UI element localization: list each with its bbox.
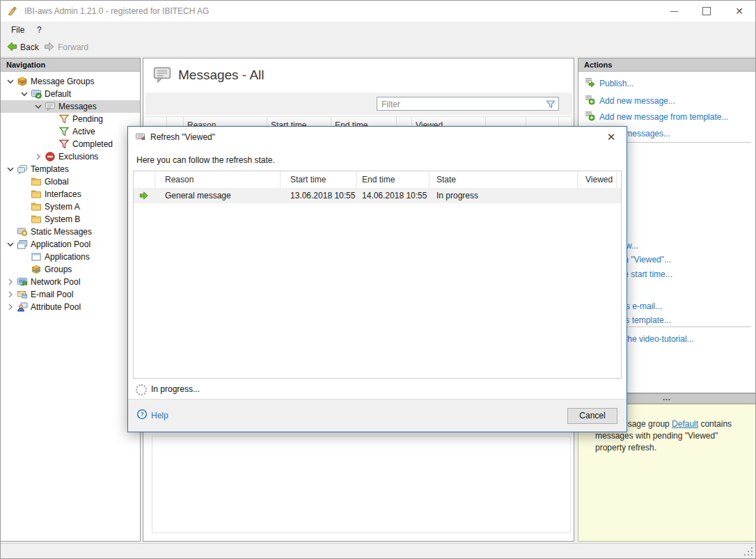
maximize-button[interactable] <box>691 1 723 22</box>
dialog-close-icon[interactable]: ✕ <box>604 130 618 144</box>
statusbar <box>1 543 755 559</box>
nav-item-label: Applications <box>45 252 90 262</box>
menubar: File ? <box>1 22 755 38</box>
expander-placeholder <box>19 251 30 262</box>
arrow-right-icon <box>139 191 149 203</box>
dialog-table-row[interactable]: General message13.06.2018 10:5514.06.201… <box>134 188 621 203</box>
monitor-check-icon <box>30 88 42 100</box>
nav-item-label: Pending <box>72 114 103 124</box>
chevron-right-icon[interactable] <box>5 301 16 313</box>
action-label: Add new message from template... <box>599 112 728 122</box>
nav-item-label: System B <box>45 214 80 224</box>
nav-item-system-b[interactable]: System B <box>1 213 140 226</box>
chevron-right-icon[interactable] <box>5 289 16 300</box>
nav-item-label: Templates <box>31 164 69 174</box>
chevron-down-icon[interactable] <box>5 239 16 250</box>
nav-item-message-groups[interactable]: Message Groups <box>1 75 140 88</box>
nav-item-groups[interactable]: Groups <box>1 263 140 276</box>
speech-lines-icon <box>44 101 56 112</box>
forward-button[interactable]: Forward <box>44 41 88 54</box>
message-description-box <box>152 436 571 533</box>
filter-input[interactable] <box>380 98 540 111</box>
action-publish[interactable]: Publish... <box>584 77 633 89</box>
chevron-down-icon[interactable] <box>5 164 16 175</box>
nav-item-system-a[interactable]: System A <box>1 200 140 213</box>
dialog-titlebar: Refresh "Viewed" ✕ <box>128 127 627 148</box>
envelope-icon <box>16 289 28 300</box>
dialog-column-header-blank[interactable] <box>134 171 155 188</box>
back-button[interactable]: Back <box>6 41 39 54</box>
windows-icon <box>16 239 28 250</box>
nav-item-active[interactable]: Active <box>1 125 140 138</box>
dialog-column-header-state[interactable]: State <box>430 171 578 188</box>
nav-item-interfaces[interactable]: Interfaces <box>1 188 140 200</box>
nav-item-attribute-pool[interactable]: Attribute Pool <box>1 301 140 313</box>
nav-item-label: Application Pool <box>31 239 90 249</box>
navigation-header: Navigation <box>1 58 140 72</box>
chevron-down-icon[interactable] <box>19 88 30 100</box>
funnel-icon <box>58 113 70 125</box>
action-add-new-message-from-template[interactable]: Add new message from template... <box>584 111 728 123</box>
cell-state: In progress <box>430 188 585 203</box>
nav-item-templates[interactable]: Templates <box>1 163 140 175</box>
close-icon: ✕ <box>735 6 743 16</box>
cell-end-time: 14.06.2018 10:55 <box>357 188 434 203</box>
default-group-link[interactable]: Default <box>672 419 698 429</box>
help-icon: ? <box>136 409 148 422</box>
minimize-button[interactable] <box>658 1 690 22</box>
nav-item-label: Attribute Pool <box>31 302 81 312</box>
action-add-new-message[interactable]: Add new message... <box>584 95 675 107</box>
navigation-panel: Navigation Message GroupsDefaultMessages… <box>0 58 141 542</box>
expander-placeholder <box>5 226 16 237</box>
expander-placeholder <box>19 176 30 187</box>
cancel-button[interactable]: Cancel <box>567 408 617 424</box>
expander-placeholder <box>19 189 30 200</box>
folder-icon <box>30 189 42 200</box>
nav-item-network-pool[interactable]: Network Pool <box>1 276 140 288</box>
filter-box <box>377 97 559 111</box>
dialog-description: Here you can follow the refresh state. <box>136 155 275 165</box>
menu-file[interactable]: File <box>7 24 29 36</box>
dialog-column-header-viewed[interactable]: Viewed <box>578 171 617 188</box>
nav-item-exclusions[interactable]: Exclusions <box>1 150 140 163</box>
nav-item-application-pool[interactable]: Application Pool <box>1 238 140 251</box>
chevron-down-icon[interactable] <box>33 101 44 112</box>
filter-funnel-icon[interactable] <box>545 99 556 112</box>
svg-text:?: ? <box>140 411 144 418</box>
nav-item-label: Interfaces <box>45 189 81 199</box>
expander-placeholder <box>19 214 30 225</box>
app-icon <box>7 6 19 17</box>
minimize-icon <box>670 11 678 12</box>
nav-item-label: Network Pool <box>31 277 80 287</box>
cell-viewed <box>578 188 624 203</box>
dialog-footer: ? Help Cancel <box>128 399 627 432</box>
menu-help[interactable]: ? <box>33 24 46 36</box>
dialog-column-header-reason[interactable]: Reason <box>155 171 281 188</box>
nav-item-default[interactable]: Default <box>1 88 140 100</box>
dialog-column-header-start-time[interactable]: Start time <box>281 171 357 188</box>
nav-item-applications[interactable]: Applications <box>1 251 140 263</box>
help-link[interactable]: ? Help <box>136 409 168 422</box>
cube-stack-icon <box>16 76 28 87</box>
back-label: Back <box>20 42 39 52</box>
chevron-down-icon[interactable] <box>5 76 16 87</box>
resize-grip-icon[interactable] <box>743 547 752 556</box>
nav-item-pending[interactable]: Pending <box>1 113 140 125</box>
messages-icon <box>152 65 172 86</box>
nav-item-static-messages[interactable]: Static Messages <box>1 226 140 238</box>
nav-item-completed[interactable]: Completed <box>1 138 140 150</box>
nav-item-global[interactable]: Global <box>1 175 140 188</box>
publish-action-icon <box>584 77 595 90</box>
chevron-right-icon[interactable] <box>5 276 16 288</box>
funnel-icon <box>58 139 70 150</box>
close-button[interactable]: ✕ <box>723 1 755 22</box>
folder-icon <box>30 176 42 187</box>
nav-item-e-mail-pool[interactable]: E-mail Pool <box>1 288 140 301</box>
chevron-right-icon[interactable] <box>33 151 44 162</box>
titlebar: IBI-aws Admin 1.21.0 - registered for IB… <box>1 1 755 22</box>
cell-start-time: 13.06.2018 10:55 <box>281 188 367 203</box>
dialog-title: Refresh "Viewed" <box>150 132 215 142</box>
help-label: Help <box>151 411 168 420</box>
nav-item-messages[interactable]: Messages <box>1 100 140 113</box>
dialog-column-header-end-time[interactable]: End time <box>357 171 430 188</box>
